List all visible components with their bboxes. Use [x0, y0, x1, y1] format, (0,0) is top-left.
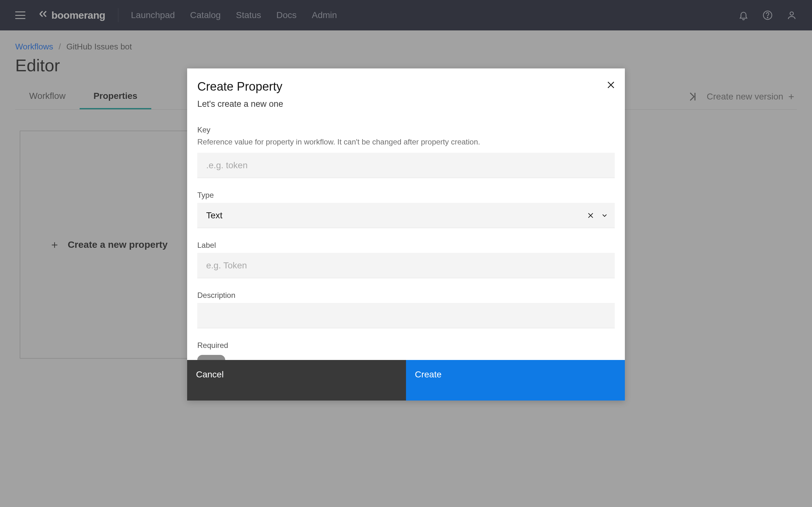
field-label-label: Label — [197, 241, 615, 250]
field-key-label: Key — [197, 125, 615, 134]
field-required: Required — [197, 341, 615, 360]
description-input[interactable] — [197, 303, 615, 328]
clear-icon[interactable] — [587, 212, 595, 219]
required-toggle[interactable] — [197, 355, 225, 360]
field-description-label: Description — [197, 291, 615, 300]
field-description: Description — [197, 291, 615, 328]
chevron-down-icon[interactable] — [601, 212, 608, 219]
modal-title: Create Property — [197, 80, 615, 94]
field-required-label: Required — [197, 341, 615, 350]
type-select[interactable] — [197, 203, 615, 228]
field-type: Type — [197, 191, 615, 228]
modal-footer: Cancel Create — [187, 360, 625, 400]
modal-subtitle: Let's create a new one — [197, 99, 615, 109]
create-property-modal: Create Property Let's create a new one K… — [187, 68, 625, 400]
field-key-helper: Reference value for property in workflow… — [197, 137, 615, 147]
field-type-label: Type — [197, 191, 615, 200]
label-input[interactable] — [197, 253, 615, 278]
close-icon[interactable] — [606, 80, 616, 90]
cancel-button[interactable]: Cancel — [187, 360, 406, 400]
field-label: Label — [197, 241, 615, 278]
create-button[interactable]: Create — [406, 360, 625, 400]
key-input[interactable] — [197, 153, 615, 178]
field-key: Key Reference value for property in work… — [197, 125, 615, 178]
